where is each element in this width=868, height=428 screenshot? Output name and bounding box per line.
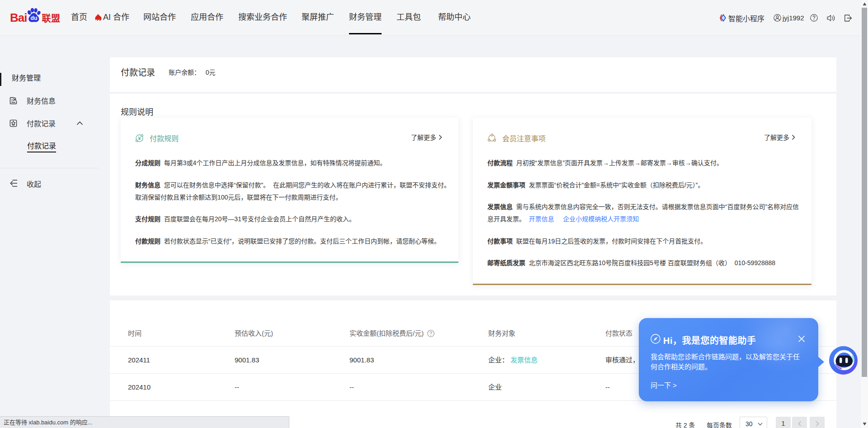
svg-text:du: du: [31, 14, 38, 21]
